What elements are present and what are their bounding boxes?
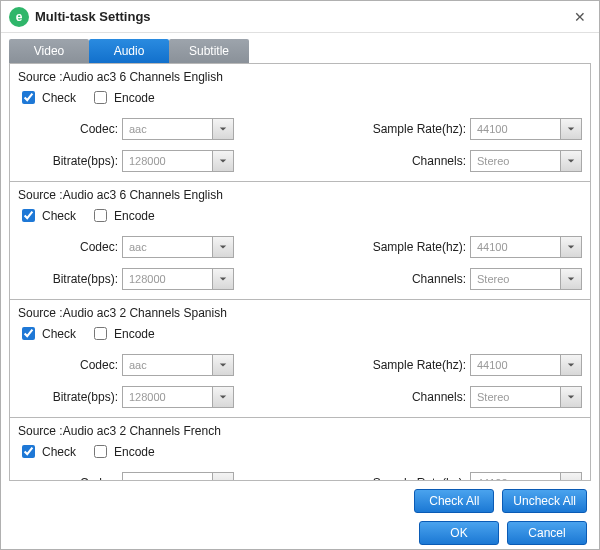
uncheck-all-button[interactable]: Uncheck All (502, 489, 587, 513)
channels-combo-arrow[interactable] (560, 268, 582, 290)
check-all-button[interactable]: Check All (414, 489, 494, 513)
samplerate-combo-input[interactable] (470, 354, 560, 376)
check-checkbox[interactable] (22, 209, 35, 222)
encode-checkbox-label[interactable]: Encode (90, 442, 155, 461)
codec-combo-arrow[interactable] (212, 236, 234, 258)
chevron-down-icon (567, 361, 575, 369)
samplerate-combo-arrow[interactable] (560, 354, 582, 376)
encode-checkbox-label[interactable]: Encode (90, 206, 155, 225)
tab-subtitle[interactable]: Subtitle (169, 39, 249, 63)
samplerate-combo[interactable] (470, 236, 582, 258)
encode-checkbox-label[interactable]: Encode (90, 88, 155, 107)
samplerate-combo-arrow[interactable] (560, 472, 582, 481)
app-icon: e (9, 7, 29, 27)
bitrate-combo-input[interactable] (122, 268, 212, 290)
chevron-down-icon (219, 393, 227, 401)
tab-audio[interactable]: Audio (89, 39, 169, 63)
codec-combo[interactable] (122, 472, 234, 481)
check-checkbox-label[interactable]: Check (18, 206, 76, 225)
encode-checkbox-label[interactable]: Encode (90, 324, 155, 343)
check-checkbox-label[interactable]: Check (18, 442, 76, 461)
chevron-down-icon (219, 275, 227, 283)
codec-combo-input[interactable] (122, 472, 212, 481)
check-checkbox-label[interactable]: Check (18, 324, 76, 343)
chevron-down-icon (567, 393, 575, 401)
audio-track: Source :Audio ac3 2 Channels French Chec… (10, 418, 590, 481)
settings-window: e Multi-task Settings ✕ Video Audio Subt… (0, 0, 600, 550)
samplerate-label: Sample Rate(hz): (356, 240, 466, 254)
bitrate-combo-arrow[interactable] (212, 386, 234, 408)
channels-combo-input[interactable] (470, 268, 560, 290)
bitrate-combo-input[interactable] (122, 386, 212, 408)
channels-combo-arrow[interactable] (560, 150, 582, 172)
channels-label: Channels: (356, 154, 466, 168)
samplerate-combo-input[interactable] (470, 472, 560, 481)
channels-combo[interactable] (470, 386, 582, 408)
samplerate-combo-input[interactable] (470, 236, 560, 258)
bitrate-combo-arrow[interactable] (212, 268, 234, 290)
chevron-down-icon (219, 125, 227, 133)
bitrate-label: Bitrate(bps): (18, 154, 118, 168)
samplerate-combo[interactable] (470, 354, 582, 376)
source-label: Source :Audio ac3 2 Channels French (18, 424, 582, 438)
encode-checkbox[interactable] (94, 209, 107, 222)
channels-combo[interactable] (470, 268, 582, 290)
codec-label: Codec: (18, 240, 118, 254)
bitrate-combo-arrow[interactable] (212, 150, 234, 172)
bitrate-combo[interactable] (122, 386, 234, 408)
check-checkbox[interactable] (22, 445, 35, 458)
audio-track: Source :Audio ac3 6 Channels English Che… (10, 182, 590, 300)
codec-combo[interactable] (122, 118, 234, 140)
close-button[interactable]: ✕ (569, 6, 591, 28)
samplerate-combo[interactable] (470, 472, 582, 481)
codec-label: Codec: (18, 476, 118, 481)
channels-combo[interactable] (470, 150, 582, 172)
codec-combo-input[interactable] (122, 354, 212, 376)
check-checkbox[interactable] (22, 327, 35, 340)
codec-combo[interactable] (122, 354, 234, 376)
audio-track: Source :Audio ac3 2 Channels Spanish Che… (10, 300, 590, 418)
samplerate-combo-arrow[interactable] (560, 236, 582, 258)
samplerate-combo[interactable] (470, 118, 582, 140)
window-title: Multi-task Settings (35, 9, 151, 24)
chevron-down-icon (567, 157, 575, 165)
codec-combo-input[interactable] (122, 236, 212, 258)
chevron-down-icon (219, 243, 227, 251)
codec-combo-input[interactable] (122, 118, 212, 140)
codec-combo-arrow[interactable] (212, 118, 234, 140)
ok-button[interactable]: OK (419, 521, 499, 545)
source-label: Source :Audio ac3 6 Channels English (18, 70, 582, 84)
channels-combo-arrow[interactable] (560, 386, 582, 408)
encode-checkbox[interactable] (94, 91, 107, 104)
tab-video[interactable]: Video (9, 39, 89, 63)
titlebar: e Multi-task Settings ✕ (1, 1, 599, 33)
audio-track: Source :Audio ac3 6 Channels English Che… (10, 64, 590, 182)
chevron-down-icon (567, 275, 575, 283)
bitrate-combo[interactable] (122, 150, 234, 172)
codec-label: Codec: (18, 122, 118, 136)
source-label: Source :Audio ac3 6 Channels English (18, 188, 582, 202)
encode-checkbox[interactable] (94, 445, 107, 458)
close-icon: ✕ (574, 9, 586, 25)
check-checkbox[interactable] (22, 91, 35, 104)
codec-combo-arrow[interactable] (212, 354, 234, 376)
cancel-button[interactable]: Cancel (507, 521, 587, 545)
encode-checkbox[interactable] (94, 327, 107, 340)
codec-combo-arrow[interactable] (212, 472, 234, 481)
chevron-down-icon (567, 125, 575, 133)
channels-combo-input[interactable] (470, 150, 560, 172)
codec-label: Codec: (18, 358, 118, 372)
samplerate-label: Sample Rate(hz): (356, 358, 466, 372)
chevron-down-icon (219, 361, 227, 369)
dialog-buttons: OK Cancel (1, 517, 599, 549)
bitrate-combo-input[interactable] (122, 150, 212, 172)
selection-buttons: Check All Uncheck All (1, 485, 599, 517)
codec-combo[interactable] (122, 236, 234, 258)
bitrate-combo[interactable] (122, 268, 234, 290)
samplerate-combo-arrow[interactable] (560, 118, 582, 140)
track-list[interactable]: Source :Audio ac3 6 Channels English Che… (9, 63, 591, 481)
check-checkbox-label[interactable]: Check (18, 88, 76, 107)
channels-combo-input[interactable] (470, 386, 560, 408)
samplerate-combo-input[interactable] (470, 118, 560, 140)
channels-label: Channels: (356, 390, 466, 404)
